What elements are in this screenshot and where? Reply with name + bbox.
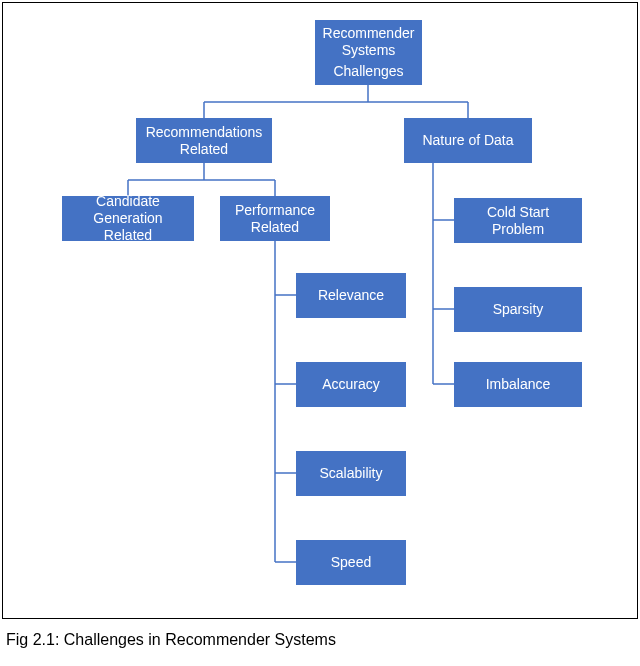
node-text: Speed: [331, 554, 371, 571]
node-text: Cold Start Problem: [461, 204, 575, 238]
node-text: Challenges: [323, 63, 415, 80]
node-text: Candidate: [69, 193, 187, 210]
node-text: Relevance: [318, 287, 384, 304]
node-candidate-generation-related: Candidate Generation Related: [62, 196, 194, 241]
node-relevance: Relevance: [296, 273, 406, 318]
node-sparsity: Sparsity: [454, 287, 582, 332]
node-cold-start-problem: Cold Start Problem: [454, 198, 582, 243]
node-text: Scalability: [319, 465, 382, 482]
node-nature-of-data: Nature of Data: [404, 118, 532, 163]
node-recommender-systems-challenges: Recommender Systems Challenges: [315, 20, 422, 85]
node-text: Imbalance: [486, 376, 551, 393]
node-text: Sparsity: [493, 301, 544, 318]
figure-caption: Fig 2.1: Challenges in Recommender Syste…: [6, 631, 336, 649]
node-text: Accuracy: [322, 376, 380, 393]
node-accuracy: Accuracy: [296, 362, 406, 407]
node-text: Related: [146, 141, 263, 158]
node-scalability: Scalability: [296, 451, 406, 496]
node-text: Performance: [235, 202, 315, 219]
node-text: Recommender: [323, 25, 415, 42]
node-text: Systems: [323, 42, 415, 59]
node-text: Nature of Data: [422, 132, 513, 149]
node-text: Generation Related: [69, 210, 187, 244]
node-imbalance: Imbalance: [454, 362, 582, 407]
node-text: Recommendations: [146, 124, 263, 141]
node-speed: Speed: [296, 540, 406, 585]
node-recommendations-related: Recommendations Related: [136, 118, 272, 163]
node-text: Related: [235, 219, 315, 236]
node-performance-related: Performance Related: [220, 196, 330, 241]
